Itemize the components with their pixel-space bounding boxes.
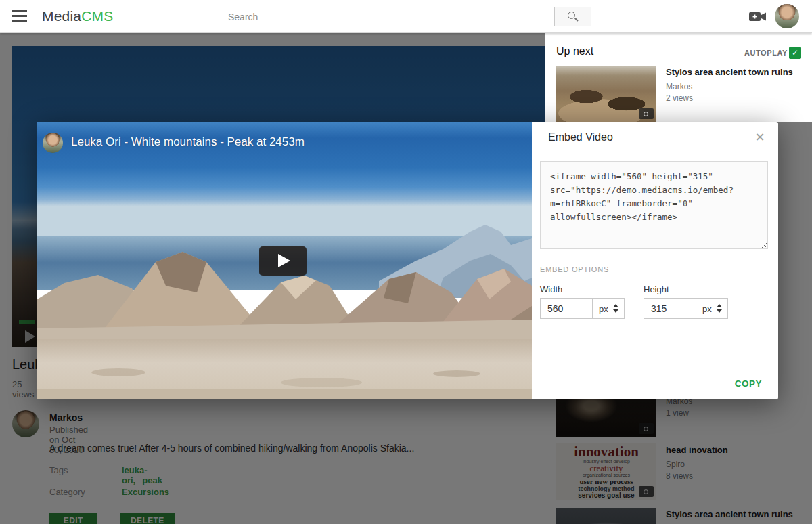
modal-backdrop[interactable] <box>0 33 545 122</box>
video-title[interactable]: Stylos area ancient town ruins <box>666 67 800 78</box>
spinner-arrows-icon <box>717 304 722 313</box>
camera-icon <box>639 108 654 119</box>
modal-title: Embed Video <box>548 131 613 144</box>
logo-text-cms: CMS <box>81 8 113 24</box>
embed-preview-player[interactable]: Leuka Ori - White mountains - Peak at 24… <box>37 122 532 399</box>
embed-options-heading: EMBED OPTIONS <box>540 265 609 274</box>
hamburger-menu-icon[interactable] <box>12 10 27 22</box>
logo-text-media: Media <box>42 8 81 24</box>
width-label: Width <box>540 284 562 294</box>
height-input[interactable] <box>644 298 696 319</box>
mediacms-logo[interactable]: MediaCMS <box>42 8 113 24</box>
spinner-arrows-icon <box>613 304 618 313</box>
user-avatar[interactable] <box>775 4 799 28</box>
upload-media-icon[interactable] <box>749 10 767 23</box>
autoplay-label: AUTOPLAY <box>744 49 788 57</box>
embed-video-modal: Leuka Ori - White mountains - Peak at 24… <box>37 122 778 399</box>
search-icon <box>568 12 575 19</box>
preview-author-avatar <box>43 133 63 153</box>
height-label: Height <box>644 284 669 294</box>
embed-code-textarea[interactable]: <iframe width="560" height="315" src="ht… <box>540 161 768 249</box>
preview-play-button[interactable] <box>259 246 307 276</box>
autoplay-checkbox[interactable]: ✓ <box>789 47 801 59</box>
height-unit-select[interactable]: px <box>696 298 728 319</box>
width-input[interactable] <box>540 298 593 319</box>
copy-button[interactable]: COPY <box>735 378 762 389</box>
preview-video-title: Leuka Ori - White mountains - Peak at 24… <box>71 135 304 149</box>
top-navbar: MediaCMS <box>0 0 812 33</box>
video-thumbnail[interactable] <box>556 66 656 122</box>
video-author: Markos <box>666 81 800 93</box>
search-input[interactable] <box>221 7 555 26</box>
width-unit-select[interactable]: px <box>593 298 625 319</box>
embed-panel: Embed Video ✕ <iframe width="560" height… <box>532 122 778 399</box>
close-icon[interactable]: ✕ <box>752 130 767 145</box>
app-root: MediaCMS Leuka Ori - White mountains - P… <box>0 0 812 524</box>
search-button[interactable] <box>555 7 591 26</box>
up-next-heading: Up next <box>556 45 593 58</box>
video-views: 2 views <box>666 93 800 104</box>
